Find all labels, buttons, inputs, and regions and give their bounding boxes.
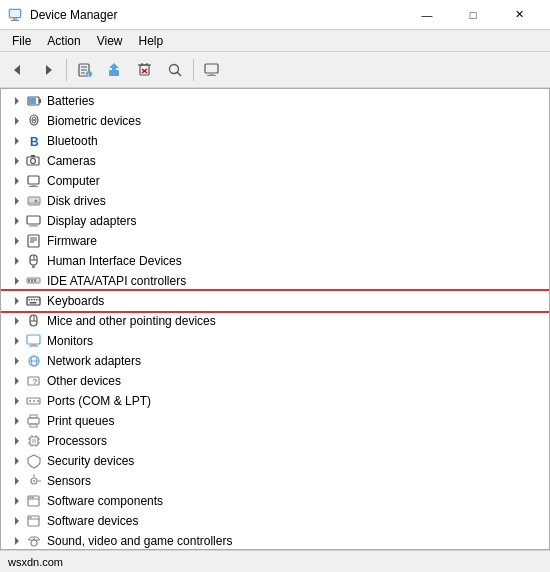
svg-rect-14 (140, 65, 149, 75)
svg-marker-51 (15, 237, 19, 245)
back-button[interactable] (4, 56, 32, 84)
mice-and-other-pointing-devices-icon (25, 312, 43, 330)
svg-marker-39 (15, 177, 19, 185)
forward-button[interactable] (34, 56, 62, 84)
svg-marker-122 (15, 537, 19, 545)
tree-item-label: Software devices (47, 511, 138, 531)
expand-arrow (9, 513, 25, 529)
display-adapters-icon (25, 212, 43, 230)
tree-item-network-adapters[interactable]: Network adapters (1, 351, 549, 371)
disk-drives-icon (25, 192, 43, 210)
scan-button[interactable] (161, 56, 189, 84)
tree-item-label: Firmware (47, 231, 97, 251)
expand-arrow (9, 313, 25, 329)
tree-item-security-devices[interactable]: Security devices (1, 451, 549, 471)
expand-arrow (9, 133, 25, 149)
computer-icon (25, 172, 43, 190)
svg-rect-49 (31, 224, 36, 226)
menu-view[interactable]: View (89, 32, 131, 50)
toolbar-separator-1 (66, 59, 67, 81)
tree-item-bluetooth[interactable]: BBluetooth (1, 131, 549, 151)
tree-item-sensors[interactable]: Sensors (1, 471, 549, 491)
close-button[interactable]: ✕ (496, 0, 542, 30)
tree-item-mice-and-other-pointing-devices[interactable]: Mice and other pointing devices (1, 311, 549, 331)
expand-arrow (9, 533, 25, 549)
tree-item-label: Mice and other pointing devices (47, 311, 216, 331)
update-driver-button[interactable] (101, 56, 129, 84)
svg-marker-61 (15, 277, 19, 285)
tree-item-other-devices[interactable]: ?Other devices (1, 371, 549, 391)
svg-point-93 (37, 400, 39, 402)
tree-item-cameras[interactable]: Cameras (1, 151, 549, 171)
svg-marker-33 (15, 137, 19, 145)
tree-item-biometric-devices[interactable]: Biometric devices (1, 111, 549, 131)
svg-rect-97 (30, 424, 37, 427)
menu-action[interactable]: Action (39, 32, 88, 50)
tree-item-disk-drives[interactable]: Disk drives (1, 191, 549, 211)
menu-help[interactable]: Help (131, 32, 172, 50)
svg-rect-40 (28, 176, 39, 184)
properties-button[interactable]: i (71, 56, 99, 84)
security-devices-icon (25, 452, 43, 470)
svg-point-123 (31, 540, 37, 546)
monitor-button[interactable] (198, 56, 226, 84)
svg-point-91 (29, 400, 31, 402)
svg-rect-70 (34, 299, 36, 301)
menu-file[interactable]: File (4, 32, 39, 50)
svg-marker-109 (15, 457, 19, 465)
app-icon (8, 7, 24, 23)
svg-rect-28 (29, 98, 36, 104)
tree-item-ports--com---lpt-[interactable]: Ports (COM & LPT) (1, 391, 549, 411)
tree-item-label: Network adapters (47, 351, 141, 371)
svg-point-121 (30, 517, 32, 519)
uninstall-button[interactable] (131, 56, 159, 84)
firmware-icon (25, 232, 43, 250)
tree-item-ide-ata-atapi-controllers[interactable]: IDE ATA/ATAPI controllers (1, 271, 549, 291)
expand-arrow (9, 473, 25, 489)
tree-item-software-components[interactable]: Software components (1, 491, 549, 511)
tree-item-monitors[interactable]: Monitors (1, 331, 549, 351)
tree-item-processors[interactable]: Processors (1, 431, 549, 451)
svg-marker-5 (46, 65, 52, 75)
svg-marker-25 (15, 97, 19, 105)
svg-rect-50 (29, 226, 38, 227)
tree-item-label: Software components (47, 491, 163, 511)
svg-rect-42 (29, 186, 38, 187)
maximize-button[interactable]: □ (450, 0, 496, 30)
svg-marker-47 (15, 217, 19, 225)
svg-marker-82 (15, 357, 19, 365)
app-title: Device Manager (30, 8, 404, 22)
minimize-button[interactable]: — (404, 0, 450, 30)
expand-arrow (9, 413, 25, 429)
device-tree[interactable]: BatteriesBiometric devicesBBluetoothCame… (1, 89, 549, 549)
svg-marker-74 (15, 317, 19, 325)
ports--com---lpt--icon (25, 392, 43, 410)
toolbar: i (0, 52, 550, 88)
tree-item-software-devices[interactable]: Software devices (1, 511, 549, 531)
svg-rect-60 (32, 265, 35, 268)
tree-item-label: Processors (47, 431, 107, 451)
tree-item-firmware[interactable]: Firmware (1, 231, 549, 251)
tree-item-sound--video-and-game-controllers[interactable]: Sound, video and game controllers (1, 531, 549, 549)
toolbar-separator-2 (193, 59, 194, 81)
tree-item-label: Sound, video and game controllers (47, 531, 232, 549)
expand-arrow (9, 333, 25, 349)
tree-item-print-queues[interactable]: Print queues (1, 411, 549, 431)
tree-item-label: Cameras (47, 151, 96, 171)
svg-marker-118 (15, 517, 19, 525)
expand-arrow (9, 493, 25, 509)
svg-rect-27 (39, 99, 41, 103)
svg-rect-80 (31, 344, 36, 346)
tree-item-keyboards[interactable]: Keyboards (1, 291, 549, 311)
svg-rect-71 (36, 299, 38, 301)
svg-rect-44 (28, 197, 40, 205)
processors-icon (25, 432, 43, 450)
svg-rect-38 (31, 155, 35, 157)
tree-item-human-interface-devices[interactable]: Human Interface Devices (1, 251, 549, 271)
svg-rect-3 (10, 10, 20, 17)
tree-item-computer[interactable]: Computer (1, 171, 549, 191)
svg-rect-81 (29, 346, 38, 347)
svg-rect-68 (29, 299, 31, 301)
tree-item-display-adapters[interactable]: Display adapters (1, 211, 549, 231)
tree-item-batteries[interactable]: Batteries (1, 91, 549, 111)
